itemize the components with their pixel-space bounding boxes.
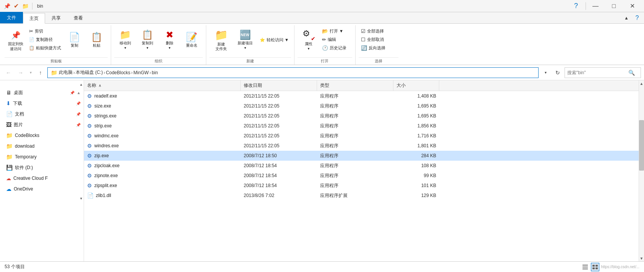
rename-button[interactable]: 📝 重命名	[181, 27, 202, 53]
copy-to-button[interactable]: 📋 复制到▼	[137, 27, 158, 53]
column-size[interactable]: 大小	[393, 80, 439, 91]
file-row[interactable]: ⚙ strings.exe 2012/11/15 22:05 应用程序 1,69…	[84, 111, 639, 121]
history-button[interactable]: 🕐 历史记录	[320, 44, 348, 52]
copy-button[interactable]: 📄 复制	[64, 27, 85, 53]
column-name[interactable]: 名称 ∧	[84, 80, 241, 91]
help-button[interactable]: ?	[567, 0, 585, 12]
select-all-button[interactable]: ☑ 全部选择	[359, 27, 387, 35]
file-date-cell: 2013/8/26 7:02	[241, 193, 317, 198]
pin-quickaccess-button[interactable]: 📌 固定到快速访问	[5, 27, 26, 53]
file-size-cell: 101 KB	[393, 183, 439, 188]
file-row[interactable]: ⚙ zip.exe 2008/7/12 18:50 应用程序 284 KB	[84, 151, 639, 161]
sidebar-item-pictures[interactable]: 🖼 图片 📌	[0, 119, 84, 130]
cut-icon: ✂	[29, 28, 33, 34]
file-row[interactable]: ⚙ zipcloak.exe 2008/7/12 18:54 应用程序 108 …	[84, 161, 639, 171]
scroll-track[interactable]	[639, 86, 644, 255]
ribbon-help-button[interactable]: ?	[632, 13, 642, 23]
main-area: ▲ 🖥 桌面 📌 ▲ ⬇ 下载 📌 📄 文档 📌 🖼 图片 📌 📁 CodeBl…	[0, 80, 644, 261]
tab-share[interactable]: 共享	[45, 13, 67, 23]
file-row[interactable]: ⚙ zipsplit.exe 2008/7/12 18:54 应用程序 101 …	[84, 181, 639, 191]
file-row[interactable]: 📄 zlib1.dll 2013/8/26 7:02 应用程序扩展 129 KB	[84, 191, 639, 200]
search-input[interactable]	[567, 70, 628, 75]
sidebar-item-onedrive[interactable]: ☁ OneDrive	[0, 184, 84, 194]
scroll-up-button[interactable]: ▲	[639, 80, 644, 86]
copy-to-icon: 📋	[142, 29, 153, 40]
address-dropdown-button[interactable]: ▾	[540, 67, 551, 78]
paste-button[interactable]: 📋 粘贴	[86, 27, 107, 53]
path-part-computer[interactable]: 此电脑	[59, 69, 73, 76]
sidebar-item-download[interactable]: 📁 download	[0, 141, 84, 151]
address-path-bar[interactable]: 📁 此电脑 › 本地磁盘 (C:) › CodeBlocks › MinGW ›…	[47, 67, 539, 78]
file-row[interactable]: ⚙ windres.exe 2012/11/15 22:05 应用程序 1,80…	[84, 141, 639, 151]
scroll-thumb[interactable]	[639, 120, 644, 171]
sidebar-item-desktop[interactable]: 🖥 桌面 📌 ▲	[0, 87, 84, 98]
path-part-bin[interactable]: bin	[152, 70, 158, 75]
sidebar-item-temporary[interactable]: 📁 Temporary	[0, 151, 84, 162]
file-size-cell: 129 KB	[393, 193, 439, 198]
desktop-up-icon[interactable]: ▲	[77, 91, 81, 95]
file-icon: ⚙	[87, 113, 92, 119]
file-icon: ⚙	[87, 103, 92, 109]
path-part-codeblocks[interactable]: CodeBlocks	[106, 70, 130, 75]
file-row[interactable]: ⚙ strip.exe 2012/11/15 22:05 应用程序 1,856 …	[84, 121, 639, 131]
column-date[interactable]: 修改日期	[241, 80, 317, 91]
file-name-cell: ⚙ zip.exe	[84, 153, 241, 159]
tab-home[interactable]: 主页	[23, 13, 45, 24]
sidebar-item-creative-cloud[interactable]: ☁ Creative Cloud F	[0, 173, 84, 184]
new-item-button[interactable]: 🆕 新建项目▼	[234, 27, 257, 53]
ribbon-collapse-button[interactable]: ▲	[621, 13, 632, 23]
sidebar-item-downloads[interactable]: ⬇ 下载 📌	[0, 98, 84, 109]
col-name-label: 名称	[87, 82, 96, 89]
downloads-pin-icon: 📌	[76, 101, 81, 106]
ribbon-group-open: ⚙ ✔ 属性▼ 📂 打开 ▼ ✏ 编辑 🕐 历史记录	[294, 25, 356, 65]
invert-select-button[interactable]: 🔄 反向选择	[359, 44, 387, 52]
column-type[interactable]: 类型	[317, 80, 393, 91]
tab-view[interactable]: 查看	[67, 13, 89, 23]
file-row[interactable]: ⚙ windmc.exe 2012/11/15 22:05 应用程序 1,716…	[84, 131, 639, 141]
tab-file[interactable]: 文件	[0, 12, 23, 23]
recent-locations-button[interactable]: ▾	[28, 67, 34, 78]
folder-icon[interactable]: 📁	[21, 2, 29, 10]
sidebar-item-drive-d[interactable]: 💾 软件 (D:)	[0, 162, 84, 173]
path-part-c[interactable]: 本地磁盘 (C:)	[76, 69, 103, 76]
easy-access-button[interactable]: ⭐ 轻松访问 ▼	[258, 36, 290, 44]
sidebar-scroll-up[interactable]: ▲	[0, 82, 84, 87]
up-button[interactable]: ↑	[35, 67, 46, 78]
properties-button[interactable]: ⚙ ✔ 属性▼	[298, 27, 319, 53]
forward-button[interactable]: →	[15, 67, 26, 78]
search-box[interactable]: 🔍	[565, 67, 641, 78]
file-row[interactable]: ⚙ size.exe 2012/11/15 22:05 应用程序 1,695 K…	[84, 101, 639, 111]
file-row[interactable]: ⚙ readelf.exe 2012/11/15 22:05 应用程序 1,40…	[84, 91, 639, 101]
file-name-text: size.exe	[94, 103, 111, 109]
right-scrollbar[interactable]: ▲ ▼	[639, 80, 644, 261]
move-to-button[interactable]: 📁 移动到▼	[115, 27, 136, 53]
sidebar-drive-d-label: 软件 (D:)	[15, 165, 81, 171]
paste-shortcut-button[interactable]: 📋 粘贴快捷方式	[28, 44, 63, 52]
edit-button[interactable]: ✏ 编辑	[320, 35, 348, 44]
path-part-mingw[interactable]: MinGW	[133, 70, 149, 75]
paste-shortcut-icon: 📋	[29, 46, 34, 50]
title-bar-icons: 📌 ✔ 📁	[3, 2, 34, 10]
open-button[interactable]: 📂 打开 ▼	[320, 27, 348, 35]
copy-path-button[interactable]: 📄 复制路径	[28, 35, 63, 44]
sidebar-onedrive-label: OneDrive	[14, 186, 81, 192]
scroll-down-button[interactable]: ▼	[639, 255, 644, 261]
sidebar-scroll-down[interactable]: ▼	[0, 196, 84, 201]
refresh-button[interactable]: ↻	[552, 67, 563, 78]
file-row[interactable]: ⚙ zipnote.exe 2008/7/12 18:54 应用程序 99 KB	[84, 171, 639, 181]
delete-button[interactable]: ✖ 删除▼	[159, 27, 180, 53]
details-view-button[interactable]	[591, 263, 599, 271]
cut-button[interactable]: ✂ 剪切	[28, 27, 63, 35]
file-icon: ⚙	[87, 173, 92, 179]
pin-icon[interactable]: 📌	[3, 2, 11, 10]
sidebar-item-documents[interactable]: 📄 文档 📌	[0, 109, 84, 119]
list-view-button[interactable]	[581, 263, 589, 271]
close-button[interactable]: ✕	[623, 0, 641, 12]
select-none-button[interactable]: ☐ 全部取消	[359, 35, 387, 44]
minimize-button[interactable]: —	[587, 0, 604, 12]
sidebar-item-codeblocks[interactable]: 📁 CodeBlocks	[0, 130, 84, 141]
new-folder-button[interactable]: 📁 新建文件夹	[210, 27, 232, 53]
back-button[interactable]: ←	[3, 67, 14, 78]
maximize-button[interactable]: □	[605, 0, 623, 12]
check-icon[interactable]: ✔	[12, 2, 20, 10]
